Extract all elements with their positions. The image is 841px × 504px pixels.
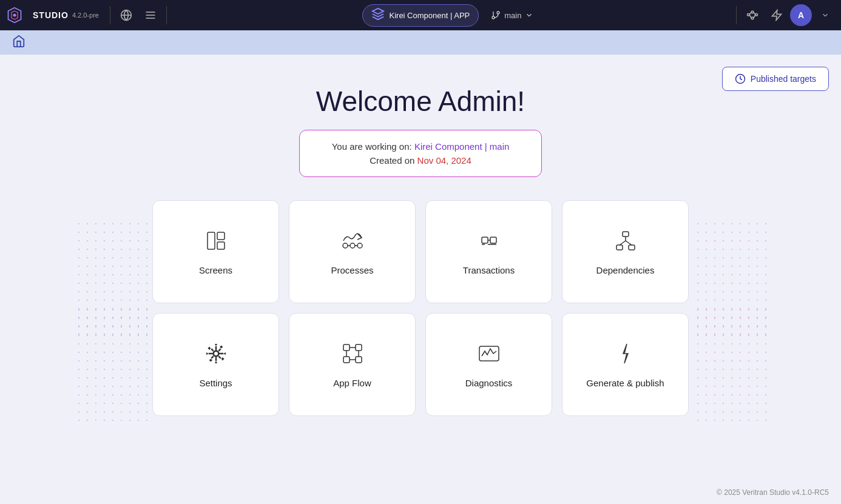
created-date: Nov 04, 2024 — [417, 155, 471, 166]
settings-card[interactable]: Settings — [152, 313, 279, 416]
app-logo — [5, 5, 24, 25]
globe-button[interactable] — [115, 4, 137, 26]
svg-rect-34 — [623, 232, 629, 237]
project-icon — [371, 7, 385, 24]
settings-label: Settings — [199, 378, 232, 388]
transactions-icon — [477, 229, 501, 257]
generate-publish-icon — [613, 341, 638, 369]
dependencies-label: Dependencies — [596, 265, 655, 275]
dependencies-icon — [613, 229, 638, 257]
svg-line-16 — [749, 15, 751, 18]
svg-rect-30 — [490, 237, 496, 243]
published-targets-button[interactable]: Published targets — [722, 67, 829, 91]
svg-point-24 — [343, 243, 348, 248]
settings-icon — [204, 341, 228, 369]
svg-marker-51 — [623, 344, 628, 363]
main-content: Published targets Welcome Admin! You are… — [0, 55, 841, 433]
studio-brand: STUDIO 4.2.0-pre — [27, 8, 105, 22]
screens-card[interactable]: Screens — [152, 200, 279, 303]
svg-rect-42 — [343, 344, 350, 351]
avatar-chevron[interactable] — [814, 4, 836, 26]
svg-rect-12 — [751, 11, 753, 13]
generate-publish-card[interactable]: Generate & publish — [562, 313, 689, 416]
processes-label: Processes — [331, 265, 373, 275]
svg-rect-36 — [629, 245, 635, 250]
svg-rect-35 — [616, 245, 623, 250]
bolt-button[interactable] — [766, 4, 788, 26]
svg-line-15 — [749, 12, 751, 15]
svg-rect-29 — [482, 237, 488, 243]
footer: © 2025 Veritran Studio v4.1.0-RC5 — [717, 488, 829, 497]
processes-icon — [340, 229, 365, 257]
svg-point-41 — [214, 351, 218, 356]
svg-rect-43 — [356, 344, 362, 351]
network-button[interactable] — [741, 4, 763, 26]
menu-button[interactable] — [140, 4, 161, 26]
svg-marker-2 — [13, 13, 16, 16]
screens-icon — [204, 229, 228, 257]
svg-point-9 — [497, 12, 499, 14]
svg-marker-19 — [772, 10, 782, 21]
published-targets-label: Published targets — [751, 74, 816, 84]
dot-pattern-bottomright — [694, 306, 772, 427]
app-flow-icon — [340, 341, 365, 369]
generate-publish-label: Generate & publish — [586, 378, 664, 388]
project-selector[interactable]: Kirei Component | APP — [362, 4, 479, 27]
welcome-section: Welcome Admin! You are working on: Kirei… — [12, 85, 829, 177]
svg-rect-50 — [479, 346, 499, 361]
svg-point-25 — [350, 243, 355, 248]
nav-divider-3 — [736, 6, 737, 24]
navigation-grid: Screens Processes — [147, 195, 694, 421]
dependencies-card[interactable]: Dependencies — [562, 200, 689, 303]
version-label: 4.2.0-pre — [72, 12, 99, 19]
branch-name: main — [504, 11, 521, 20]
top-navigation: STUDIO 4.2.0-pre Kirei Compon — [0, 0, 841, 30]
svg-line-17 — [754, 12, 755, 15]
svg-line-39 — [626, 241, 632, 245]
svg-rect-23 — [217, 242, 225, 249]
svg-rect-13 — [751, 17, 753, 19]
created-on-text: Created on Nov 04, 2024 — [324, 155, 517, 166]
project-link: Kirei Component | main — [414, 141, 509, 152]
svg-rect-14 — [755, 14, 757, 16]
branch-selector[interactable]: main — [484, 4, 541, 27]
project-name: Kirei Component | APP — [390, 11, 470, 20]
nav-center: Kirei Component | APP main — [172, 4, 731, 27]
transactions-label: Transactions — [463, 265, 515, 275]
footer-text: © 2025 Veritran Studio v4.1.0-RC5 — [717, 488, 829, 497]
transactions-card[interactable]: Transactions — [425, 200, 552, 303]
nav-divider-1 — [110, 6, 110, 24]
processes-card[interactable]: Processes — [289, 200, 416, 303]
studio-label: STUDIO — [33, 10, 69, 20]
project-info-card: You are working on: Kirei Component | ma… — [299, 130, 542, 177]
svg-rect-21 — [208, 232, 215, 249]
welcome-title: Welcome Admin! — [12, 85, 829, 118]
svg-line-38 — [620, 241, 626, 245]
sub-navigation — [0, 30, 841, 55]
screens-label: Screens — [199, 265, 232, 275]
svg-point-26 — [357, 243, 362, 248]
diagnostics-label: Diagnostics — [465, 378, 513, 388]
app-flow-card[interactable]: App Flow — [289, 313, 416, 416]
app-flow-label: App Flow — [333, 378, 371, 388]
diagnostics-icon — [477, 341, 501, 369]
nav-right: A — [734, 4, 836, 26]
dot-pattern-bottomleft — [75, 306, 154, 427]
svg-rect-45 — [356, 357, 362, 363]
svg-rect-11 — [748, 14, 749, 16]
diagnostics-card[interactable]: Diagnostics — [425, 313, 552, 416]
nav-divider-2 — [166, 6, 167, 24]
svg-rect-44 — [343, 357, 350, 363]
svg-line-18 — [754, 15, 755, 18]
home-button[interactable] — [7, 32, 30, 53]
user-avatar[interactable]: A — [790, 4, 812, 26]
svg-point-10 — [492, 16, 495, 19]
working-on-text: You are working on: Kirei Component | ma… — [324, 141, 517, 152]
svg-rect-22 — [217, 232, 225, 240]
